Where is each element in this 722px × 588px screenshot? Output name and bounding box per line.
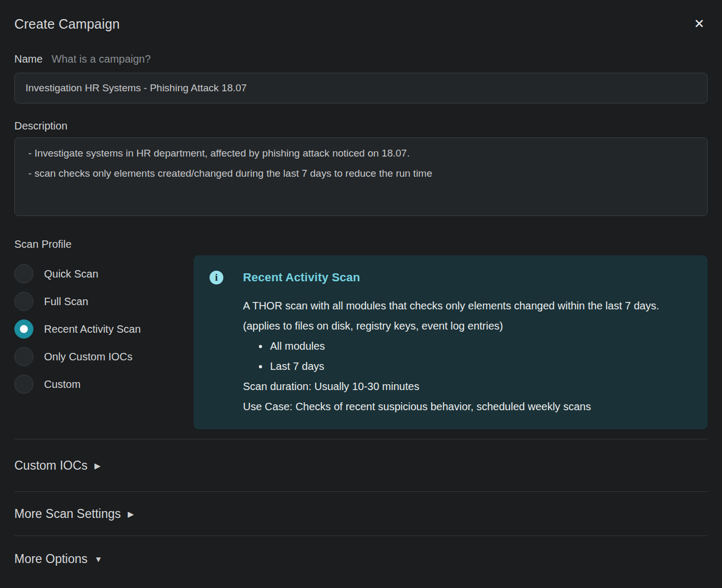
radio-label: Custom (44, 378, 81, 391)
radio-label: Only Custom IOCs (44, 351, 133, 363)
info-panel-header: i Recent Activity Scan (210, 270, 692, 286)
radio-quick-scan[interactable]: Quick Scan (14, 260, 194, 288)
radio-label: Recent Activity Scan (44, 323, 141, 335)
info-use-case: Use Case: Checks of recent suspicious be… (243, 396, 692, 417)
chevron-right-icon: ▶ (128, 510, 134, 518)
scan-profile-label: Scan Profile (14, 238, 708, 251)
name-label-row: Name What is a campaign? (14, 53, 708, 67)
name-label: Name (14, 53, 42, 65)
scan-profile-radio-group: Quick Scan Full Scan Recent Activity Sca… (14, 255, 194, 398)
section-label: More Scan Settings (14, 507, 121, 521)
dialog-title: Create Campaign (14, 16, 120, 32)
section-label: More Options (14, 552, 88, 566)
scan-profile-info-panel: i Recent Activity Scan A THOR scan with … (194, 255, 708, 429)
section-more-options[interactable]: More Options ▼ (14, 536, 708, 566)
radio-label: Full Scan (44, 296, 88, 308)
campaign-description-textarea[interactable]: - Investigate systems in HR department, … (14, 137, 708, 216)
radio-label: Quick Scan (44, 268, 98, 280)
section-label: Custom IOCs (14, 459, 88, 473)
radio-circle-icon[interactable] (14, 347, 33, 366)
close-icon[interactable]: ✕ (691, 15, 708, 32)
radio-full-scan[interactable]: Full Scan (14, 288, 194, 315)
info-bullet: Last 7 days (269, 356, 692, 376)
info-bullet: All modules (269, 336, 692, 356)
radio-circle-icon[interactable] (14, 264, 33, 283)
section-more-scan-settings[interactable]: More Scan Settings ▶ (14, 492, 708, 535)
info-panel-body: A THOR scan with all modules that checks… (243, 296, 692, 417)
campaign-name-input[interactable] (14, 73, 708, 103)
what-is-campaign-link[interactable]: What is a campaign? (51, 53, 151, 65)
create-campaign-dialog: Create Campaign ✕ Name What is a campaig… (0, 0, 722, 566)
section-custom-iocs[interactable]: Custom IOCs ▶ (14, 439, 708, 491)
dialog-header: Create Campaign ✕ (14, 0, 708, 33)
radio-circle-icon[interactable] (14, 292, 33, 311)
radio-only-custom-iocs[interactable]: Only Custom IOCs (14, 343, 194, 370)
radio-recent-activity-scan[interactable]: Recent Activity Scan (14, 315, 194, 343)
info-description: A THOR scan with all modules that checks… (243, 296, 692, 336)
description-label: Description (14, 120, 708, 134)
info-scan-duration: Scan duration: Usually 10-30 minutes (243, 376, 692, 396)
radio-custom[interactable]: Custom (14, 370, 194, 398)
info-icon: i (210, 271, 223, 284)
chevron-right-icon: ▶ (94, 462, 101, 470)
info-bullet-list: All modules Last 7 days (243, 336, 692, 376)
chevron-down-icon: ▼ (94, 555, 102, 563)
info-panel-title: Recent Activity Scan (243, 271, 360, 284)
scan-profile-row: Quick Scan Full Scan Recent Activity Sca… (14, 255, 708, 429)
radio-circle-icon[interactable] (14, 319, 33, 339)
radio-circle-icon[interactable] (14, 375, 33, 394)
